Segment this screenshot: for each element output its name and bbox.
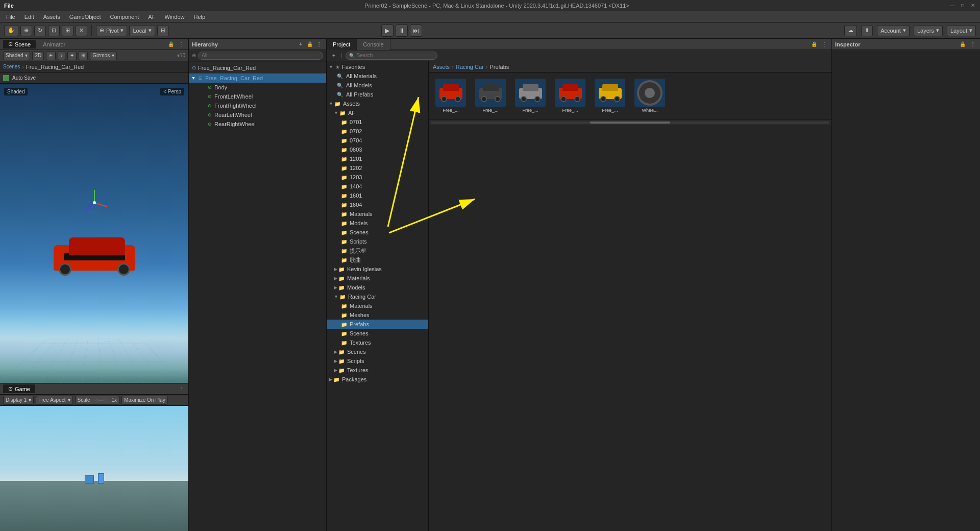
- tree-af-materials[interactable]: 📁 Materials: [327, 209, 428, 219]
- tree-af-music[interactable]: 📁 歌曲: [327, 255, 428, 264]
- tool-move[interactable]: ⊕: [20, 25, 32, 36]
- maximize-on-play[interactable]: Maximize On Play: [121, 396, 168, 405]
- hierarchy-more-button[interactable]: ⋮: [315, 40, 323, 49]
- tree-rc-textures[interactable]: 📁 Textures: [327, 338, 428, 347]
- scene-canvas[interactable]: Shaded < Persp: [0, 84, 188, 383]
- asset-free-red[interactable]: Free_...: [433, 77, 469, 115]
- tab-scene[interactable]: ⊙ Scene: [3, 40, 36, 49]
- menu-gameobject[interactable]: GameObject: [65, 13, 105, 21]
- asset-free-red2[interactable]: Free_...: [552, 77, 588, 115]
- tree-all-models[interactable]: 🔍 All Models: [327, 81, 428, 90]
- game-canvas[interactable]: [0, 406, 188, 531]
- game-more-button[interactable]: ⋮: [177, 385, 185, 393]
- inspector-more-button[interactable]: ⋮: [969, 40, 977, 49]
- breadcrumb-assets[interactable]: Assets: [433, 64, 450, 70]
- tree-af-scenes[interactable]: 📁 Scenes: [327, 228, 428, 237]
- tree-af-scripts[interactable]: 📁 Scripts: [327, 237, 428, 246]
- auto-save-checkbox[interactable]: [3, 75, 9, 81]
- tree-rc-meshes[interactable]: 📁 Meshes: [327, 310, 428, 320]
- grid-button[interactable]: ⊞: [79, 51, 88, 60]
- tree-rc-prefabs[interactable]: 📁 Prefabs: [327, 320, 428, 329]
- tree-rc-scenes[interactable]: 📁 Scenes: [327, 329, 428, 338]
- tree-all-materials[interactable]: 🔍 All Materials: [327, 71, 428, 81]
- tree-af[interactable]: ▼ 📁 AF: [327, 108, 428, 117]
- lighting-button[interactable]: ☀: [46, 51, 56, 60]
- tree-af-tip[interactable]: 📁 提示框: [327, 246, 428, 255]
- tree-rc-materials[interactable]: 📁 Materials: [327, 301, 428, 310]
- scene-path[interactable]: Scenes: [3, 64, 20, 69]
- hier-item-body[interactable]: ⊙ Body: [189, 83, 326, 92]
- asset-wheel[interactable]: Whee...: [632, 77, 668, 115]
- hierarchy-search-input[interactable]: [198, 52, 323, 60]
- hier-item-frontrightwheel[interactable]: ⊙ FrontRightWheel: [189, 101, 326, 110]
- tree-1404[interactable]: 📁 1404: [327, 182, 428, 191]
- tab-game[interactable]: ⊙ Game: [3, 384, 35, 393]
- project-add-button[interactable]: +: [330, 52, 338, 60]
- tree-0803[interactable]: 📁 0803: [327, 145, 428, 154]
- tree-materials-root[interactable]: ▶ 📁 Materials: [327, 274, 428, 283]
- cloud-button[interactable]: ⬆: [861, 25, 873, 36]
- project-search-input[interactable]: [357, 53, 434, 58]
- tree-0704[interactable]: 📁 0704: [327, 136, 428, 145]
- shaded-dropdown[interactable]: Shaded ▾: [3, 51, 30, 60]
- tree-kevin[interactable]: ▶ 📁 Kevin Iglesias: [327, 264, 428, 274]
- tree-1604[interactable]: 📁 1604: [327, 200, 428, 209]
- menu-edit[interactable]: Edit: [20, 13, 38, 21]
- layers-dropdown[interactable]: Layers ▾: [914, 25, 943, 36]
- tree-all-prefabs[interactable]: 🔍 All Prefabs: [327, 90, 428, 99]
- tree-scenes-root[interactable]: ▶ 📁 Scenes: [327, 347, 428, 356]
- tree-packages[interactable]: ▶ 📁 Packages: [327, 375, 428, 384]
- menu-window[interactable]: Window: [160, 13, 188, 21]
- tree-assets[interactable]: ▼ 📁 Assets: [327, 99, 428, 108]
- tree-1201[interactable]: 📁 1201: [327, 154, 428, 163]
- pivot-dropdown[interactable]: ⊕ Pivot ▾: [96, 25, 127, 36]
- menu-af[interactable]: AF: [144, 13, 159, 21]
- tree-scripts-root[interactable]: ▶ 📁 Scripts: [327, 356, 428, 366]
- collab-button[interactable]: ☁: [844, 25, 857, 36]
- pause-button[interactable]: ⏸: [396, 25, 408, 37]
- tree-1601[interactable]: 📁 1601: [327, 191, 428, 200]
- menu-assets[interactable]: Assets: [39, 13, 64, 21]
- tree-0702[interactable]: 📁 0702: [327, 127, 428, 136]
- scale-dropdown[interactable]: Scale ◁—▷ 1x: [75, 396, 120, 405]
- audio-button[interactable]: ♪: [58, 51, 65, 60]
- minimize-button[interactable]: —: [949, 3, 955, 9]
- hier-item-rearleftwheel[interactable]: ⊙ RearLeftWheel: [189, 110, 326, 119]
- tool-transform[interactable]: ✕: [76, 25, 87, 36]
- tab-project[interactable]: Project: [327, 39, 357, 50]
- close-button[interactable]: ✕: [970, 3, 976, 9]
- tree-favorites[interactable]: ▼ ★ Favorites: [327, 62, 428, 71]
- menu-file[interactable]: File: [2, 13, 19, 21]
- step-button[interactable]: ⏭: [410, 25, 422, 37]
- tree-af-models[interactable]: 📁 Models: [327, 219, 428, 228]
- asset-free-gray[interactable]: Free_...: [512, 77, 548, 115]
- scene-more-button[interactable]: ⋮: [177, 40, 185, 49]
- tree-textures-root[interactable]: ▶ 📁 Textures: [327, 366, 428, 375]
- hier-item-frontleftwheel[interactable]: ⊙ FrontLeftWheel: [189, 92, 326, 101]
- scene-lock-button[interactable]: 🔒: [167, 40, 175, 49]
- hierarchy-add-button[interactable]: +: [297, 40, 305, 49]
- tool-rect[interactable]: ⊞: [62, 25, 74, 36]
- assets-scrollbar[interactable]: [429, 119, 831, 125]
- tool-scale[interactable]: ⊡: [48, 25, 60, 36]
- 2d-button[interactable]: 2D: [32, 51, 44, 60]
- menu-component[interactable]: Component: [106, 13, 143, 21]
- gizmos-dropdown[interactable]: Gizmos ▾: [90, 51, 117, 60]
- asset-free-yellow[interactable]: Free_...: [592, 77, 628, 115]
- layout-dropdown[interactable]: Layout ▾: [947, 25, 976, 36]
- tab-console[interactable]: Console: [357, 39, 390, 50]
- hier-item-root[interactable]: ▼ ⊡ Free_Racing_Car_Red: [189, 74, 326, 83]
- tab-animator[interactable]: Animator: [38, 40, 70, 49]
- tree-racing-car[interactable]: ▼ 📁 Racing Car: [327, 292, 428, 301]
- tree-models-root[interactable]: ▶ 📁 Models: [327, 283, 428, 292]
- tree-1203[interactable]: 📁 1203: [327, 173, 428, 182]
- inspector-lock-button[interactable]: 🔒: [959, 40, 967, 49]
- asset-free-dark[interactable]: Free_...: [473, 77, 508, 115]
- aspect-dropdown[interactable]: Free Aspect ▾: [36, 396, 72, 405]
- effects-button[interactable]: ✦: [67, 51, 77, 60]
- breadcrumb-racing-car[interactable]: Racing Car: [456, 64, 484, 70]
- hier-item-rearrightwheel[interactable]: ⊙ RearRightWheel: [189, 119, 326, 129]
- menu-help[interactable]: Help: [190, 13, 210, 21]
- tool-hand[interactable]: ✋: [4, 25, 18, 36]
- tree-0701[interactable]: 📁 0701: [327, 117, 428, 127]
